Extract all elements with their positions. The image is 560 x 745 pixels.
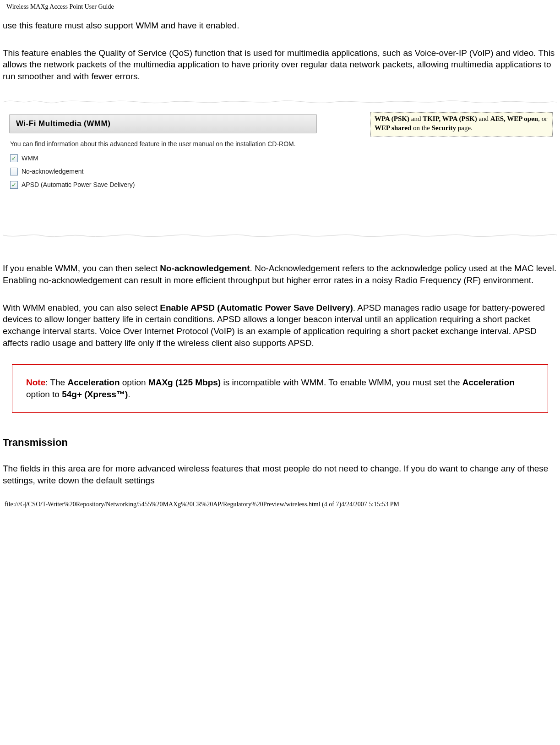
checkbox-row-apsd: ✓ APSD (Automatic Power Save Delivery): [10, 181, 556, 189]
note-label: Note: [26, 378, 45, 387]
tooltip-bold: Security: [432, 124, 456, 131]
tooltip-text: on the: [411, 124, 432, 131]
bold-apsd: Enable APSD (Automatic Power Save Delive…: [160, 303, 353, 312]
text: is incompatible with WMM. To enable WMM,…: [221, 378, 462, 387]
wmm-description: You can find information about this adva…: [10, 140, 556, 148]
text: option: [120, 378, 148, 387]
tooltip-text: and: [477, 115, 490, 122]
text: .: [128, 389, 130, 399]
paragraph-transmission: The fields in this area are for more adv…: [3, 463, 557, 486]
wmm-checkbox[interactable]: ✓: [10, 154, 18, 162]
bold: MAXg (125 Mbps): [148, 378, 221, 387]
tooltip-bold: AES, WEP open: [490, 115, 538, 122]
tooltip-text: and: [409, 115, 423, 122]
tooltip-text: , or: [538, 115, 547, 122]
security-tooltip: WPA (PSK) and TKIP, WPA (PSK) and AES, W…: [370, 112, 553, 137]
page-footer: file:///G|/CSO/T-Writer%20Repository/Net…: [5, 500, 557, 509]
tooltip-bold: WPA (PSK): [375, 115, 409, 122]
note-box: Note: The Acceleration option MAXg (125 …: [12, 364, 548, 412]
tooltip-text: page.: [456, 124, 473, 131]
paragraph-noack: If you enable WMM, you can then select N…: [3, 263, 557, 286]
noack-checkbox-label: No-acknowledgement: [22, 167, 83, 176]
bold: Acceleration: [462, 378, 515, 387]
tooltip-bold: WEP shared: [375, 124, 411, 131]
wmm-section-header: Wi-Fi Multimedia (WMM): [9, 114, 317, 133]
checkbox-row-wmm: ✓ WMM: [10, 154, 556, 163]
text: If you enable WMM, you can then select: [3, 263, 160, 273]
bold: 54g+ (Xpress™): [62, 389, 128, 399]
paragraph-intro-continued: use this feature must also support WMM a…: [3, 20, 557, 32]
bold-noack: No-acknowledgement: [160, 263, 250, 273]
wmm-screenshot: WPA (PSK) and TKIP, WPA (PSK) and AES, W…: [3, 98, 557, 240]
text: : The: [45, 378, 67, 387]
apsd-checkbox[interactable]: ✓: [10, 181, 18, 189]
checkbox-row-noack: No-acknowledgement: [10, 167, 556, 176]
tooltip-bold: TKIP, WPA (PSK): [423, 115, 477, 122]
apsd-checkbox-label: APSD (Automatic Power Save Delivery): [22, 181, 135, 189]
page-header: Wireless MAXg Access Point User Guide: [6, 3, 557, 11]
bold: Acceleration: [67, 378, 120, 387]
text: With WMM enabled, you can also select: [3, 303, 160, 312]
noack-checkbox[interactable]: [10, 168, 18, 175]
wmm-checkbox-label: WMM: [22, 154, 38, 163]
paragraph-apsd: With WMM enabled, you can also select En…: [3, 302, 557, 349]
text: option to: [26, 389, 62, 399]
transmission-heading: Transmission: [3, 436, 557, 449]
paragraph-qos-description: This feature enables the Quality of Serv…: [3, 47, 557, 82]
torn-edge-bottom: [3, 230, 557, 240]
screenshot-content: WPA (PSK) and TKIP, WPA (PSK) and AES, W…: [4, 104, 556, 231]
